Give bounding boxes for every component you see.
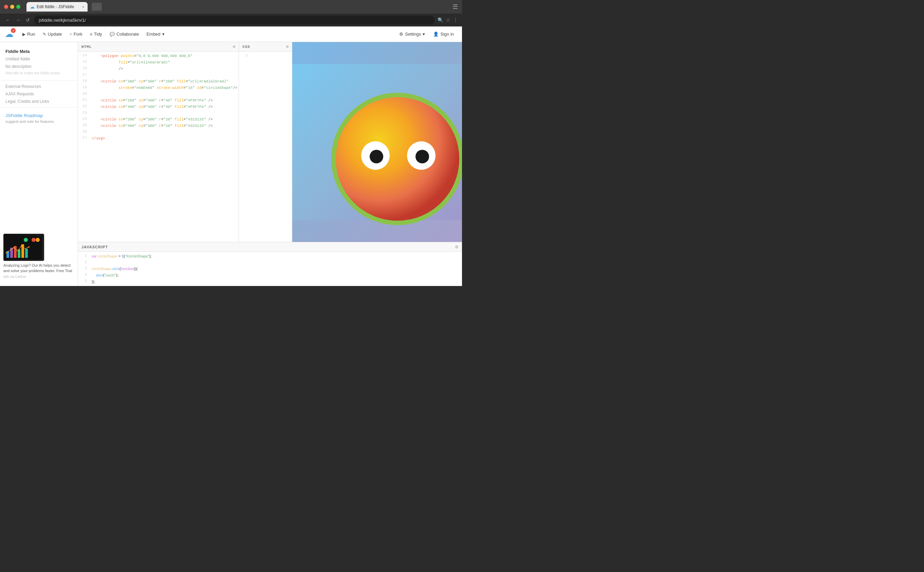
embed-arrow-icon: ▾	[162, 31, 165, 37]
extra-tab-icon: …	[95, 5, 99, 9]
svg-point-20	[416, 150, 429, 163]
search-icon[interactable]: 🔍	[438, 17, 443, 23]
update-label: Update	[48, 31, 62, 37]
table-row: 4 alert("ouch!");	[78, 272, 462, 278]
css-lang-label: CSS	[242, 45, 250, 49]
fiddle-meta-section: Fiddle Meta Untitled fiddle No descripti…	[0, 46, 78, 78]
tab-favicon: ☁	[30, 4, 34, 9]
embed-button[interactable]: Embed ▾	[143, 30, 168, 38]
legal-credits-link[interactable]: Legal, Credits and Links	[0, 98, 78, 105]
fiddle-description: No description	[0, 64, 78, 71]
table-row: 19 stroke="#A0D468" stroke-width="15" id…	[78, 85, 238, 91]
fork-icon: ⑂	[70, 32, 72, 37]
css-code-content[interactable]: 1	[239, 51, 292, 242]
run-label: Run	[27, 31, 35, 37]
table-row: 21 <circle cx="200" cy="300" r="40" fill…	[78, 97, 238, 104]
fork-button[interactable]: ⑂ Fork	[66, 30, 86, 38]
table-row: 24 <circle cx="200" cy="300" r="20" fill…	[78, 117, 238, 123]
settings-gear-icon: ⚙	[399, 31, 403, 37]
jsfiddle-app: ☁ 4 ▶ Run ✎ Update ⑂ Fork ≡ Tidy 💬 Colla…	[0, 26, 462, 286]
html-code-content[interactable]: 14 <polygon points="0,0 0,600 600,600 60…	[78, 51, 238, 242]
js-editor: JAVASCRIPT ⚙ 1 var circleShape = $("#cir…	[78, 242, 462, 286]
sidebar-ad[interactable]: Analyzing Logs? Our AI helps you detect …	[3, 234, 74, 278]
extra-tab[interactable]: …	[92, 3, 102, 11]
addr-icons: 🔍 ☆ ⋮	[438, 17, 458, 23]
table-row: 1	[239, 53, 292, 59]
table-row: 15 fill="url(#linearGrad)"	[78, 59, 238, 66]
roadmap-sub-text: suggest and vote for features	[5, 120, 54, 123]
table-row: 3 circleShape.click(function(){	[78, 266, 462, 272]
settings-button[interactable]: ⚙ Settings ▾	[396, 30, 428, 38]
address-input[interactable]	[34, 16, 435, 25]
html-settings-icon[interactable]: ⚙	[233, 44, 235, 49]
preview-panel	[292, 42, 462, 242]
table-row: 26	[78, 129, 238, 135]
svg-point-11	[13, 247, 15, 248]
jsfiddle-toolbar: ☁ 4 ▶ Run ✎ Update ⑂ Fork ≡ Tidy 💬 Colla…	[0, 26, 462, 42]
table-row: 22 <circle cx="400" cy="300" r="40" fill…	[78, 104, 238, 110]
svg-point-16	[336, 97, 459, 221]
traffic-lights	[4, 5, 20, 9]
table-row: 17	[78, 72, 238, 78]
maximize-traffic-light[interactable]	[16, 5, 20, 9]
editor-area: HTML ⚙ 14 <polygon points="0,0 0,600 600…	[78, 42, 462, 286]
js-editor-header: JAVASCRIPT ⚙	[78, 242, 462, 252]
svg-rect-9	[25, 249, 28, 258]
preview-content	[292, 42, 462, 242]
html-editor: HTML ⚙ 14 <polygon points="0,0 0,600 600…	[78, 42, 239, 242]
table-row: 14 <polygon points="0,0 0,600 600,600 60…	[78, 53, 238, 59]
table-row: 23	[78, 110, 238, 117]
tab-close-button[interactable]: ×	[82, 5, 84, 9]
tidy-button[interactable]: ≡ Tidy	[87, 30, 106, 38]
close-traffic-light[interactable]	[4, 5, 8, 9]
ad-image	[3, 234, 44, 261]
update-icon: ✎	[43, 32, 46, 37]
js-code-content[interactable]: 1 var circleShape = $("#circleShape"); 2…	[78, 252, 462, 286]
js-settings-icon[interactable]: ⚙	[455, 245, 459, 249]
back-button[interactable]: ←	[4, 17, 11, 23]
svg-point-10	[6, 252, 7, 253]
refresh-button[interactable]: ↺	[25, 17, 31, 23]
collaborate-button[interactable]: 💬 Collaborate	[106, 30, 143, 38]
tidy-label: Tidy	[94, 31, 102, 37]
editor-panels: HTML ⚙ 14 <polygon points="0,0 0,600 600…	[78, 42, 462, 286]
table-row: 16 />	[78, 66, 238, 72]
html-editor-header: HTML ⚙	[78, 42, 238, 51]
table-row: 2	[78, 260, 462, 266]
more-icon[interactable]: ⋮	[453, 17, 458, 23]
fiddle-meta-title: Fiddle Meta	[0, 46, 78, 56]
forward-button[interactable]: →	[14, 17, 22, 23]
minimize-traffic-light[interactable]	[10, 5, 14, 9]
table-row: 20	[78, 91, 238, 97]
ajax-requests-link[interactable]: AJAX Requests	[0, 90, 78, 98]
svg-point-2	[36, 238, 40, 242]
fiddle-name: Untitled fiddle	[0, 56, 78, 64]
embed-label: Embed	[146, 31, 160, 37]
signin-button[interactable]: 👤 Sign in	[430, 30, 457, 38]
settings-arrow-icon: ▾	[422, 31, 425, 37]
external-resources-link[interactable]: External Resources	[0, 83, 78, 90]
hamburger-icon[interactable]: ☰	[452, 3, 458, 10]
ad-credit: ads via Carbon	[3, 275, 74, 278]
svg-point-13	[28, 246, 30, 248]
run-icon: ▶	[22, 32, 25, 37]
svg-point-1	[31, 238, 36, 242]
main-content: Fiddle Meta Untitled fiddle No descripti…	[0, 42, 462, 286]
html-lang-label: HTML	[81, 45, 92, 49]
tidy-icon: ≡	[90, 32, 92, 37]
browser-addressbar: ← → ↺ 🔍 ☆ ⋮	[0, 14, 462, 26]
toolbar-right: ⚙ Settings ▾ 👤 Sign in	[396, 30, 457, 38]
roadmap-link[interactable]: JSFiddle Roadmap	[5, 113, 72, 118]
css-editor-header: CSS ⚙	[239, 42, 292, 51]
css-settings-icon[interactable]: ⚙	[286, 44, 288, 49]
logo-badge: 4	[11, 28, 16, 33]
browser-tab[interactable]: ☁ Edit fiddle - JSFiddle ×	[26, 2, 87, 11]
table-row: 27 </svg>	[78, 135, 238, 142]
run-button[interactable]: ▶ Run	[19, 30, 39, 38]
browser-chrome: ☁ Edit fiddle - JSFiddle × … ☰ ← → ↺ 🔍 ☆…	[0, 0, 462, 26]
settings-label: Settings	[405, 31, 421, 37]
sidebar: Fiddle Meta Untitled fiddle No descripti…	[0, 42, 78, 286]
bookmark-icon[interactable]: ☆	[446, 17, 450, 23]
browser-titlebar: ☁ Edit fiddle - JSFiddle × … ☰	[0, 0, 462, 14]
update-button[interactable]: ✎ Update	[39, 30, 65, 38]
